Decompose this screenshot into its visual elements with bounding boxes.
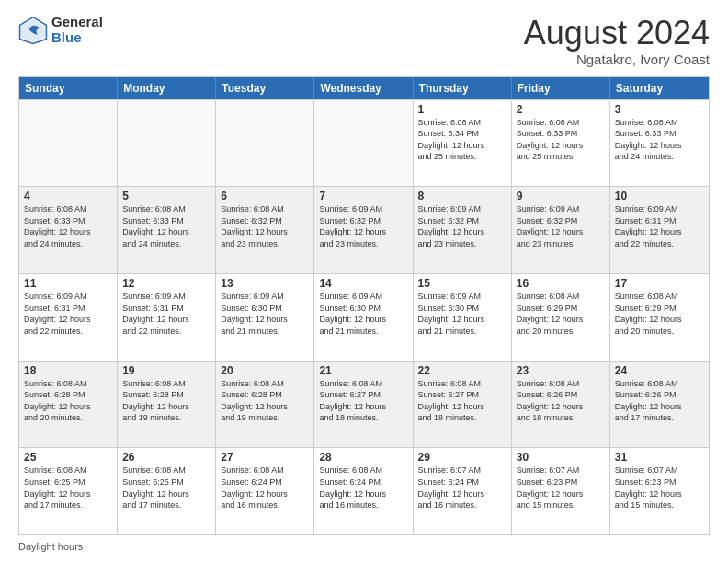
day-info: Sunrise: 6:08 AM Sunset: 6:27 PM Dayligh… xyxy=(418,378,506,424)
subtitle: Ngatakro, Ivory Coast xyxy=(524,52,710,67)
calendar-body: 1Sunrise: 6:08 AM Sunset: 6:34 PM Daylig… xyxy=(19,99,709,534)
day-info: Sunrise: 6:09 AM Sunset: 6:31 PM Dayligh… xyxy=(615,203,704,249)
calendar-header: SundayMondayTuesdayWednesdayThursdayFrid… xyxy=(19,77,709,99)
day-number: 2 xyxy=(517,103,605,116)
cal-week-4: 25Sunrise: 6:08 AM Sunset: 6:25 PM Dayli… xyxy=(19,447,709,534)
day-info: Sunrise: 6:08 AM Sunset: 6:25 PM Dayligh… xyxy=(24,465,112,511)
cal-cell: 9Sunrise: 6:09 AM Sunset: 6:32 PM Daylig… xyxy=(512,187,610,273)
cal-header-sunday: Sunday xyxy=(19,77,118,99)
day-number: 11 xyxy=(24,277,112,290)
day-number: 26 xyxy=(122,451,210,464)
cal-header-monday: Monday xyxy=(118,77,216,99)
day-number: 12 xyxy=(122,277,210,290)
cal-cell: 4Sunrise: 6:08 AM Sunset: 6:33 PM Daylig… xyxy=(19,187,118,273)
cal-cell: 12Sunrise: 6:09 AM Sunset: 6:31 PM Dayli… xyxy=(118,274,216,361)
day-number: 15 xyxy=(418,277,506,290)
header: General Blue August 2024 Ngatakro, Ivory… xyxy=(18,15,710,67)
day-number: 27 xyxy=(221,451,309,464)
logo: General Blue xyxy=(18,15,103,45)
day-number: 31 xyxy=(615,451,704,464)
day-number: 16 xyxy=(517,277,605,290)
day-number: 29 xyxy=(418,451,506,464)
day-info: Sunrise: 6:08 AM Sunset: 6:33 PM Dayligh… xyxy=(615,117,704,163)
day-info: Sunrise: 6:08 AM Sunset: 6:24 PM Dayligh… xyxy=(221,465,309,511)
cal-header-friday: Friday xyxy=(512,77,610,99)
cal-cell: 16Sunrise: 6:08 AM Sunset: 6:29 PM Dayli… xyxy=(512,274,610,361)
cal-cell: 8Sunrise: 6:09 AM Sunset: 6:32 PM Daylig… xyxy=(414,187,512,273)
day-number: 21 xyxy=(319,364,407,377)
cal-cell xyxy=(314,100,413,187)
cal-cell: 25Sunrise: 6:08 AM Sunset: 6:25 PM Dayli… xyxy=(19,448,118,534)
day-number: 10 xyxy=(615,190,704,202)
day-info: Sunrise: 6:08 AM Sunset: 6:27 PM Dayligh… xyxy=(319,378,407,424)
day-info: Sunrise: 6:08 AM Sunset: 6:33 PM Dayligh… xyxy=(517,117,605,163)
cal-week-3: 18Sunrise: 6:08 AM Sunset: 6:28 PM Dayli… xyxy=(19,361,709,448)
cal-cell: 5Sunrise: 6:08 AM Sunset: 6:33 PM Daylig… xyxy=(118,187,216,273)
day-info: Sunrise: 6:09 AM Sunset: 6:32 PM Dayligh… xyxy=(319,203,407,249)
cal-cell xyxy=(118,100,216,187)
day-info: Sunrise: 6:07 AM Sunset: 6:24 PM Dayligh… xyxy=(418,465,506,511)
day-info: Sunrise: 6:09 AM Sunset: 6:31 PM Dayligh… xyxy=(122,291,210,337)
day-info: Sunrise: 6:07 AM Sunset: 6:23 PM Dayligh… xyxy=(615,465,704,511)
cal-cell: 7Sunrise: 6:09 AM Sunset: 6:32 PM Daylig… xyxy=(314,187,413,273)
cal-cell: 30Sunrise: 6:07 AM Sunset: 6:23 PM Dayli… xyxy=(512,448,610,534)
logo-text: General Blue xyxy=(51,15,103,45)
cal-cell: 20Sunrise: 6:08 AM Sunset: 6:28 PM Dayli… xyxy=(216,362,314,448)
day-number: 24 xyxy=(615,364,704,377)
cal-header-saturday: Saturday xyxy=(610,77,709,99)
day-number: 1 xyxy=(418,103,506,116)
day-info: Sunrise: 6:09 AM Sunset: 6:31 PM Dayligh… xyxy=(24,291,112,337)
title-block: August 2024 Ngatakro, Ivory Coast xyxy=(524,15,710,67)
cal-cell: 24Sunrise: 6:08 AM Sunset: 6:26 PM Dayli… xyxy=(610,362,709,448)
day-number: 9 xyxy=(517,190,605,202)
cal-week-2: 11Sunrise: 6:09 AM Sunset: 6:31 PM Dayli… xyxy=(19,273,709,361)
cal-cell: 11Sunrise: 6:09 AM Sunset: 6:31 PM Dayli… xyxy=(19,274,118,361)
calendar: SundayMondayTuesdayWednesdayThursdayFrid… xyxy=(18,76,710,535)
cal-cell: 31Sunrise: 6:07 AM Sunset: 6:23 PM Dayli… xyxy=(610,448,709,534)
day-info: Sunrise: 6:09 AM Sunset: 6:32 PM Dayligh… xyxy=(418,203,506,249)
cal-cell: 26Sunrise: 6:08 AM Sunset: 6:25 PM Dayli… xyxy=(118,448,216,534)
cal-cell: 28Sunrise: 6:08 AM Sunset: 6:24 PM Dayli… xyxy=(314,448,413,534)
cal-header-tuesday: Tuesday xyxy=(216,77,314,99)
footer: Daylight hours xyxy=(18,541,710,552)
day-info: Sunrise: 6:08 AM Sunset: 6:28 PM Dayligh… xyxy=(221,378,309,424)
day-info: Sunrise: 6:08 AM Sunset: 6:33 PM Dayligh… xyxy=(122,203,210,249)
day-number: 30 xyxy=(517,451,605,464)
cal-cell: 18Sunrise: 6:08 AM Sunset: 6:28 PM Dayli… xyxy=(19,362,118,448)
cal-cell: 19Sunrise: 6:08 AM Sunset: 6:28 PM Dayli… xyxy=(118,362,216,448)
cal-cell: 1Sunrise: 6:08 AM Sunset: 6:34 PM Daylig… xyxy=(414,100,512,187)
day-number: 3 xyxy=(615,103,704,116)
day-info: Sunrise: 6:09 AM Sunset: 6:30 PM Dayligh… xyxy=(418,291,506,337)
day-info: Sunrise: 6:09 AM Sunset: 6:30 PM Dayligh… xyxy=(221,291,309,337)
day-info: Sunrise: 6:08 AM Sunset: 6:29 PM Dayligh… xyxy=(615,291,704,337)
day-info: Sunrise: 6:08 AM Sunset: 6:26 PM Dayligh… xyxy=(517,378,605,424)
cal-week-1: 4Sunrise: 6:08 AM Sunset: 6:33 PM Daylig… xyxy=(19,186,709,273)
day-number: 22 xyxy=(418,364,506,377)
cal-cell: 29Sunrise: 6:07 AM Sunset: 6:24 PM Dayli… xyxy=(414,448,512,534)
day-info: Sunrise: 6:09 AM Sunset: 6:32 PM Dayligh… xyxy=(517,203,605,249)
cal-cell: 15Sunrise: 6:09 AM Sunset: 6:30 PM Dayli… xyxy=(414,274,512,361)
cal-cell xyxy=(216,100,314,187)
day-info: Sunrise: 6:09 AM Sunset: 6:30 PM Dayligh… xyxy=(319,291,407,337)
cal-header-thursday: Thursday xyxy=(414,77,512,99)
day-info: Sunrise: 6:08 AM Sunset: 6:34 PM Dayligh… xyxy=(418,117,506,163)
day-number: 18 xyxy=(24,364,112,377)
day-info: Sunrise: 6:08 AM Sunset: 6:28 PM Dayligh… xyxy=(122,378,210,424)
cal-header-wednesday: Wednesday xyxy=(314,77,413,99)
cal-cell: 17Sunrise: 6:08 AM Sunset: 6:29 PM Dayli… xyxy=(610,274,709,361)
cal-cell: 23Sunrise: 6:08 AM Sunset: 6:26 PM Dayli… xyxy=(512,362,610,448)
day-info: Sunrise: 6:08 AM Sunset: 6:24 PM Dayligh… xyxy=(319,465,407,511)
cal-cell: 6Sunrise: 6:08 AM Sunset: 6:32 PM Daylig… xyxy=(216,187,314,273)
day-number: 25 xyxy=(24,451,112,464)
day-number: 7 xyxy=(319,190,407,202)
cal-cell xyxy=(19,100,118,187)
main-title: August 2024 xyxy=(524,15,710,52)
day-number: 17 xyxy=(615,277,704,290)
day-number: 23 xyxy=(517,364,605,377)
day-number: 19 xyxy=(122,364,210,377)
cal-cell: 10Sunrise: 6:09 AM Sunset: 6:31 PM Dayli… xyxy=(610,187,709,273)
day-number: 13 xyxy=(221,277,309,290)
day-info: Sunrise: 6:08 AM Sunset: 6:26 PM Dayligh… xyxy=(615,378,704,424)
logo-blue-text: Blue xyxy=(51,30,103,46)
day-info: Sunrise: 6:07 AM Sunset: 6:23 PM Dayligh… xyxy=(517,465,605,511)
